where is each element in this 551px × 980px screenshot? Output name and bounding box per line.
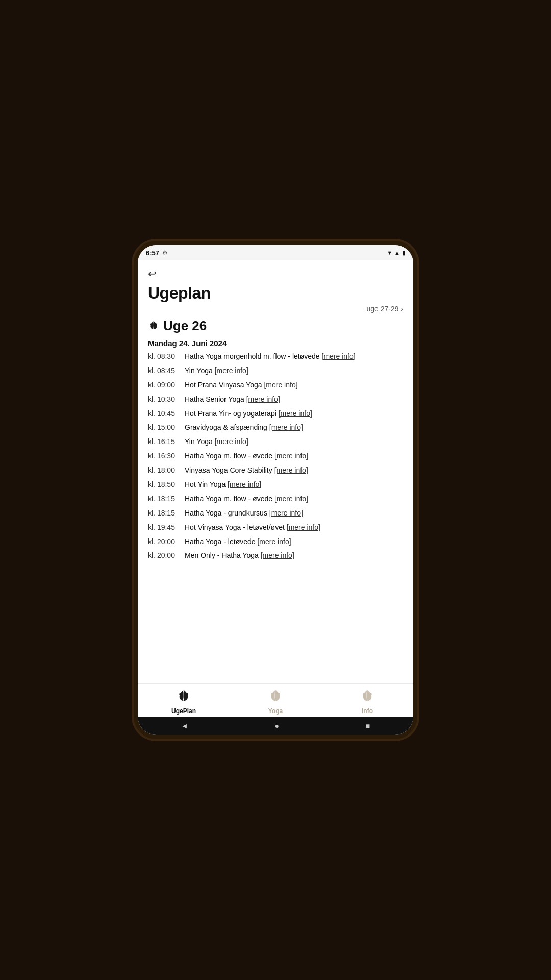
week-nav-button[interactable]: uge 27-29 › xyxy=(148,305,403,313)
class-name: Hatha Yoga - letøvede [mere info] xyxy=(185,537,403,547)
class-time: kl. 08:30 xyxy=(148,352,185,361)
nav-item-ugeplan[interactable]: UgePlan xyxy=(138,688,230,715)
class-time: kl. 18:00 xyxy=(148,465,185,475)
class-time: kl. 10:45 xyxy=(148,409,185,419)
nav-label-info: Info xyxy=(362,707,373,715)
class-link[interactable]: [mere info] xyxy=(215,366,248,375)
class-link[interactable]: [mere info] xyxy=(264,381,297,389)
class-link[interactable]: [mere info] xyxy=(274,466,308,474)
class-name: Hatha Yoga morgenhold m. flow - letøvede… xyxy=(185,352,403,361)
android-nav-bar: ◄ ● ■ xyxy=(138,717,413,735)
class-name: Hatha Senior Yoga [mere info] xyxy=(185,395,403,404)
class-item: kl. 18:00Vinyasa Yoga Core Stability [me… xyxy=(148,465,403,475)
class-name: Vinyasa Yoga Core Stability [mere info] xyxy=(185,465,403,475)
class-item: kl. 08:45Yin Yoga [mere info] xyxy=(148,366,403,376)
day-heading: Mandag 24. Juni 2024 xyxy=(148,339,403,348)
android-recent-button[interactable]: ■ xyxy=(366,722,370,730)
week-title: Uge 26 xyxy=(163,318,207,334)
gear-icon: ⚙ xyxy=(162,249,168,256)
class-link[interactable]: [mere info] xyxy=(279,409,312,418)
class-link[interactable]: [mere info] xyxy=(269,509,303,517)
header: ↩ Ugeplan uge 27-29 › xyxy=(138,260,413,316)
nav-label-ugeplan: UgePlan xyxy=(171,707,196,715)
week-heading: Uge 26 xyxy=(148,318,403,334)
android-back-button[interactable]: ◄ xyxy=(181,722,188,730)
nav-item-yoga[interactable]: Yoga xyxy=(230,688,321,715)
class-name: Hot Vinyasa Yoga - letøvet/øvet [mere in… xyxy=(185,523,403,532)
class-item: kl. 16:30Hatha Yoga m. flow - øvede [mer… xyxy=(148,451,403,461)
class-list: kl. 08:30Hatha Yoga morgenhold m. flow -… xyxy=(148,352,403,560)
android-home-button[interactable]: ● xyxy=(274,722,279,730)
class-time: kl. 18:50 xyxy=(148,480,185,489)
class-name: Yin Yoga [mere info] xyxy=(185,366,403,376)
ugeplan-leaf-icon xyxy=(176,688,191,706)
class-name: Hatha Yoga - grundkursus [mere info] xyxy=(185,508,403,518)
class-item: kl. 10:30Hatha Senior Yoga [mere info] xyxy=(148,395,403,404)
class-link[interactable]: [mere info] xyxy=(274,452,308,460)
class-name: Hot Yin Yoga [mere info] xyxy=(185,480,403,489)
leaf-icon xyxy=(148,320,159,333)
class-time: kl. 20:00 xyxy=(148,551,185,560)
class-item: kl. 19:45Hot Vinyasa Yoga - letøvet/øvet… xyxy=(148,523,403,532)
class-item: kl. 20:00Hatha Yoga - letøvede [mere inf… xyxy=(148,537,403,547)
main-scroll-area[interactable]: Uge 26 Mandag 24. Juni 2024 kl. 08:30Hat… xyxy=(138,316,413,683)
signal-icon: ▲ xyxy=(394,250,400,256)
class-time: kl. 15:00 xyxy=(148,423,185,432)
class-item: kl. 10:45Hot Prana Yin- og yogaterapi [m… xyxy=(148,409,403,419)
nav-item-info[interactable]: Info xyxy=(321,688,413,715)
class-item: kl. 18:15Hatha Yoga - grundkursus [mere … xyxy=(148,508,403,518)
class-time: kl. 20:00 xyxy=(148,537,185,547)
yoga-leaf-icon xyxy=(268,688,283,706)
class-link[interactable]: [mere info] xyxy=(246,395,280,403)
status-bar: 6:57 ⚙ ▼ ▲ ▮ xyxy=(138,245,413,260)
class-name: Hatha Yoga m. flow - øvede [mere info] xyxy=(185,494,403,504)
class-time: kl. 10:30 xyxy=(148,395,185,404)
back-button[interactable]: ↩ xyxy=(148,265,157,282)
battery-icon: ▮ xyxy=(402,250,405,256)
class-link[interactable]: [mere info] xyxy=(269,423,303,431)
class-time: kl. 19:45 xyxy=(148,523,185,532)
class-name: Hot Prana Yin- og yogaterapi [mere info] xyxy=(185,409,403,419)
class-name: Hot Prana Vinyasa Yoga [mere info] xyxy=(185,380,403,390)
class-link[interactable]: [mere info] xyxy=(257,537,291,546)
class-time: kl. 18:15 xyxy=(148,494,185,504)
class-time: kl. 16:30 xyxy=(148,451,185,461)
class-item: kl. 09:00Hot Prana Vinyasa Yoga [mere in… xyxy=(148,380,403,390)
class-link[interactable]: [mere info] xyxy=(274,495,308,503)
class-link[interactable]: [mere info] xyxy=(215,437,248,446)
class-item: kl. 18:15Hatha Yoga m. flow - øvede [mer… xyxy=(148,494,403,504)
class-link[interactable]: [mere info] xyxy=(261,551,294,559)
class-name: Gravidyoga & afspænding [mere info] xyxy=(185,423,403,432)
class-item: kl. 20:00Men Only - Hatha Yoga [mere inf… xyxy=(148,551,403,560)
class-time: kl. 09:00 xyxy=(148,380,185,390)
status-time: 6:57 xyxy=(146,249,159,257)
class-name: Men Only - Hatha Yoga [mere info] xyxy=(185,551,403,560)
class-name: Hatha Yoga m. flow - øvede [mere info] xyxy=(185,451,403,461)
back-arrow-icon: ↩ xyxy=(148,267,157,280)
class-item: kl. 15:00Gravidyoga & afspænding [mere i… xyxy=(148,423,403,432)
week-section: Uge 26 Mandag 24. Juni 2024 kl. 08:30Hat… xyxy=(148,318,403,560)
class-item: kl. 18:50Hot Yin Yoga [mere info] xyxy=(148,480,403,489)
class-item: kl. 16:15Yin Yoga [mere info] xyxy=(148,437,403,447)
bottom-nav: UgePlan Yoga xyxy=(138,683,413,717)
class-item: kl. 08:30Hatha Yoga morgenhold m. flow -… xyxy=(148,352,403,361)
class-link[interactable]: [mere info] xyxy=(322,352,356,360)
wifi-icon: ▼ xyxy=(387,250,392,256)
class-name: Yin Yoga [mere info] xyxy=(185,437,403,447)
class-time: kl. 08:45 xyxy=(148,366,185,376)
nav-label-yoga: Yoga xyxy=(268,707,283,715)
class-time: kl. 18:15 xyxy=(148,508,185,518)
info-leaf-icon xyxy=(360,688,375,706)
class-time: kl. 16:15 xyxy=(148,437,185,447)
class-link[interactable]: [mere info] xyxy=(228,480,261,488)
page-title: Ugeplan xyxy=(148,284,403,303)
class-link[interactable]: [mere info] xyxy=(287,523,320,531)
